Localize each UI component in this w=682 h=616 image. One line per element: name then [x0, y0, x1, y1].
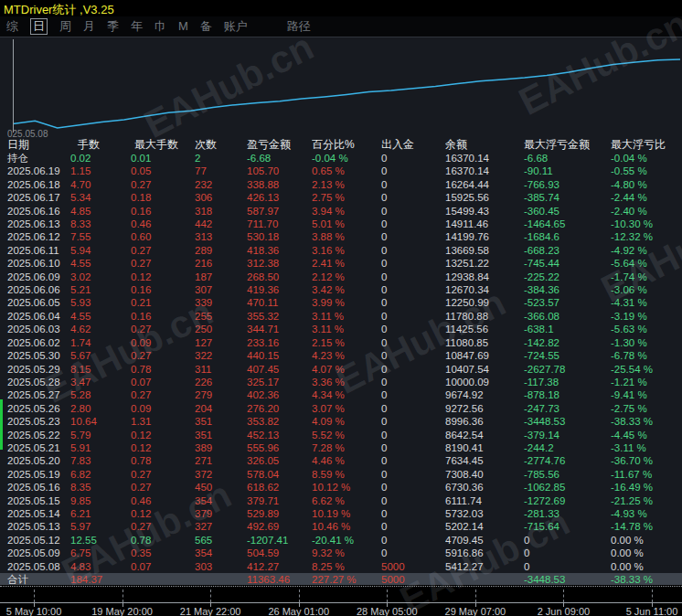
table-row: 2025.06.115.940.27289418.363.16 %013669.…: [0, 244, 682, 257]
table-row: 2025.05.146.210.12379529.8910.19 %05732.…: [0, 507, 682, 520]
time-axis-label: 5 May 10:00: [6, 606, 62, 616]
menu-tab-7[interactable]: M: [178, 19, 188, 34]
menu-tab-0[interactable]: 综: [6, 19, 18, 34]
table-row: 2025.05.135.970.27327492.6910.46 %05202.…: [0, 520, 682, 533]
time-gridline: [123, 589, 123, 602]
equity-curve-chart: [0, 39, 682, 136]
time-gridline: [652, 589, 653, 602]
column-header-0: 日期: [0, 138, 70, 152]
table-row: 2025.06.164.850.16318587.973.94 %015499.…: [0, 205, 682, 218]
table-row: 2025.05.215.910.12389555.967.28 %08190.4…: [0, 441, 682, 454]
menu-item-path[interactable]: 路径: [287, 19, 311, 34]
table-row: 2025.05.1212.550.78565-1207.41-20.41 %04…: [0, 534, 682, 547]
time-axis-label: 21 May 22:00: [180, 606, 241, 616]
table-header-row: 日期手数最大手数次数盈亏金额百分比%出入金余额最大浮亏金额最大浮亏比: [0, 138, 682, 152]
column-header-2: 最大手数: [131, 138, 195, 152]
table-row: 持仓0.020.012-6.68-0.04 %016370.14-6.68-0.…: [0, 152, 682, 165]
column-header-3: 次数: [195, 138, 247, 152]
table-row: 2025.06.138.330.46442711.705.01 %014911.…: [0, 218, 682, 230]
time-gridline: [387, 589, 388, 602]
column-header-8: 最大浮亏金额: [524, 138, 611, 152]
table-row: 2025.05.096.750.35354504.599.32 %05916.8…: [0, 547, 682, 559]
menu-bar: 综日周月季年巾M备账户路径: [0, 16, 682, 37]
table-row: 2025.05.207.830.78271326.054.46 %07634.4…: [0, 454, 682, 467]
time-axis-label: 19 May 20:00: [91, 606, 153, 616]
table-row: 2025.05.305.670.27322440.154.23 %010847.…: [0, 349, 682, 362]
table-row: 2025.06.104.550.27216312.382.41 %013251.…: [0, 257, 682, 270]
table-row: 2025.06.044.550.16255355.323.11 %011780.…: [0, 310, 682, 323]
time-gridline: [299, 589, 300, 602]
time-axis-label: 29 May 07:00: [445, 606, 506, 616]
column-header-6: 出入金: [381, 138, 445, 152]
time-axis-label: 5 Jun 11:00: [626, 606, 678, 616]
time-axis-label: 28 May 05:00: [357, 606, 418, 616]
table-row: 2025.06.093.020.12187268.502.12 %012938.…: [0, 271, 682, 283]
chart-and-table-panel: 025.05.08 日期手数最大手数次数盈亏金额百分比%出入金余额最大浮亏金额最…: [0, 37, 682, 585]
table-row: 2025.05.275.280.27279402.364.34 %09674.9…: [0, 388, 682, 401]
stats-table-body: 持仓0.020.012-6.68-0.04 %016370.14-6.68-0.…: [0, 152, 682, 586]
time-gridline: [563, 589, 564, 602]
mtdriver-stats-window: MTDriver统计 ,V3.25 综日周月季年巾M备账户路径 025.05.0…: [0, 0, 682, 616]
table-row: 2025.05.225.790.12351452.135.52 %08642.5…: [0, 429, 682, 441]
time-axis-label: 26 May 01:00: [268, 606, 329, 616]
menu-tab-9[interactable]: 账户: [224, 19, 248, 34]
table-row: 2025.06.065.210.16307419.363.42 %012670.…: [0, 283, 682, 296]
time-gridline: [210, 589, 211, 602]
table-row: 2025.05.262.800.09204276.203.07 %09272.5…: [0, 402, 682, 415]
time-axis-label: 2 Jun 09:00: [538, 606, 591, 616]
time-gridline: [475, 589, 476, 602]
menu-tab-3[interactable]: 月: [83, 19, 95, 34]
column-header-1: 手数: [70, 138, 131, 152]
time-axis-line: [0, 602, 682, 603]
daily-stats-table: 日期手数最大手数次数盈亏金额百分比%出入金余额最大浮亏金额最大浮亏比 持仓0.0…: [0, 138, 682, 586]
menu-tab-8[interactable]: 备: [200, 19, 212, 34]
time-gridline: [34, 589, 35, 602]
column-header-9: 最大浮亏比: [611, 138, 682, 152]
table-row: 2025.06.175.340.18306426.132.75 %015925.…: [0, 191, 682, 204]
table-row: 2025.06.021.740.09127233.162.15 %011080.…: [0, 336, 682, 349]
table-row: 2025.05.196.820.27372578.048.59 %07308.4…: [0, 468, 682, 481]
dotted-separator: [0, 586, 682, 587]
table-row: 2025.06.034.620.27250344.713.11 %011425.…: [0, 323, 682, 335]
title-bar: MTDriver统计 ,V3.25: [0, 0, 682, 16]
table-row: 2025.05.2310.641.31351353.824.09 %08996.…: [0, 415, 682, 428]
chart-left-axis: [13, 39, 14, 133]
column-header-7: 余额: [445, 138, 524, 152]
table-row: 2025.05.168.350.27450618.6210.12 %06730.…: [0, 481, 682, 494]
table-row: 2025.05.084.830.07303412.278.25 %5000541…: [0, 560, 682, 573]
table-row: 2025.06.055.930.21339470.113.99 %012250.…: [0, 296, 682, 309]
table-row: 2025.05.159.850.46354379.716.62 %06111.7…: [0, 494, 682, 507]
menu-tab-4[interactable]: 季: [107, 19, 119, 34]
menu-tab-1[interactable]: 日: [30, 18, 48, 35]
table-row: 2025.06.191.150.0577105.700.65 %016370.1…: [0, 165, 682, 177]
table-row: 2025.06.184.700.27232338.882.13 %016264.…: [0, 178, 682, 191]
column-header-4: 盈亏金额: [247, 138, 312, 152]
table-row: 2025.05.298.150.78311407.454.07 %010407.…: [0, 363, 682, 376]
column-header-5: 百分比%: [312, 138, 381, 152]
left-edge-marker: [0, 399, 3, 450]
menu-tab-2[interactable]: 周: [59, 19, 71, 34]
menu-tab-5[interactable]: 年: [131, 19, 143, 34]
table-row: 2025.05.283.470.07226325.173.36 %010000.…: [0, 376, 682, 388]
table-row: 2025.06.127.550.60313530.183.88 %014199.…: [0, 230, 682, 243]
menu-tab-6[interactable]: 巾: [155, 19, 166, 34]
